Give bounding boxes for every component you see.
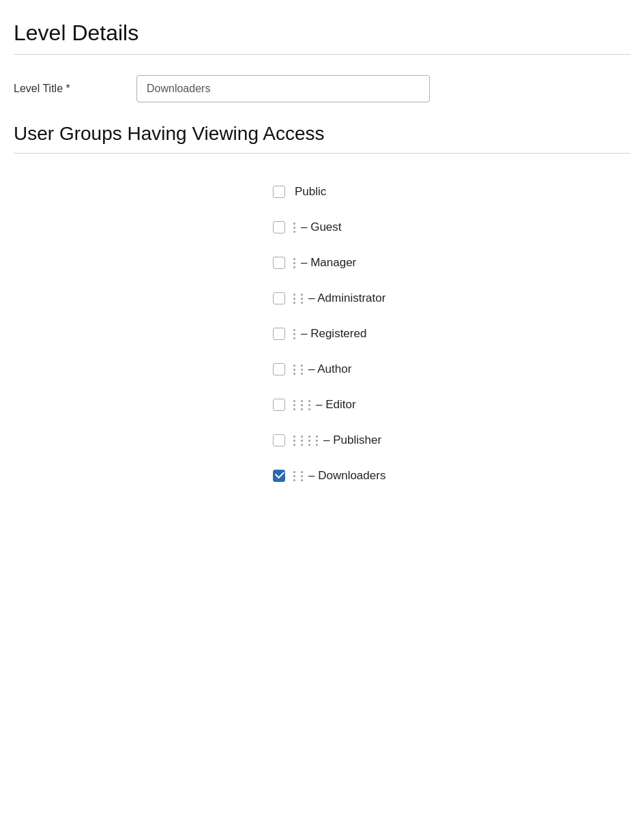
checkbox-administrator[interactable] — [273, 292, 285, 304]
label-administrator: – Administrator — [308, 291, 385, 305]
label-registered: – Registered — [301, 327, 366, 341]
list-item: – Downloaders — [273, 458, 630, 494]
checkbox-editor[interactable] — [273, 399, 285, 411]
indent-dots-2 — [293, 471, 308, 481]
label-publisher: – Publisher — [323, 433, 381, 447]
dot-separator — [293, 294, 295, 304]
dot-separator — [293, 329, 295, 339]
indent-dots-3 — [293, 400, 316, 410]
dot-separator — [316, 436, 318, 446]
indent-dots-1 — [293, 329, 301, 339]
indent-dots-1 — [293, 258, 301, 268]
label-public: Public — [295, 185, 326, 199]
dot-separator — [293, 436, 295, 446]
list-item: – Guest — [273, 210, 630, 245]
dot-separator — [301, 436, 303, 446]
list-item: Public — [273, 174, 630, 210]
label-guest: – Guest — [301, 220, 342, 234]
label-author: – Author — [308, 362, 351, 376]
list-item: – Author — [273, 352, 630, 387]
dot-separator — [308, 436, 310, 446]
level-title-label: Level Title * — [14, 83, 136, 95]
list-item: – Administrator — [273, 281, 630, 316]
dot-separator — [308, 400, 310, 410]
user-groups-list: Public – Guest – Manager — [14, 174, 630, 494]
checkbox-publisher[interactable] — [273, 434, 285, 446]
indent-dots-2 — [293, 365, 308, 375]
checkbox-public[interactable] — [273, 186, 285, 198]
checkbox-registered[interactable] — [273, 328, 285, 340]
dot-separator — [293, 365, 295, 375]
dot-separator — [301, 471, 303, 481]
list-item: – Manager — [273, 245, 630, 281]
dot-separator — [293, 400, 295, 410]
list-item: – Publisher — [273, 423, 630, 458]
level-title-row: Level Title * — [14, 75, 630, 102]
dot-separator — [301, 365, 303, 375]
indent-dots-2 — [293, 294, 308, 304]
level-title-input[interactable] — [136, 75, 430, 102]
checkbox-manager[interactable] — [273, 257, 285, 269]
dot-separator — [293, 471, 295, 481]
label-editor: – Editor — [316, 398, 356, 412]
section-divider — [14, 153, 630, 154]
page-title: Level Details — [14, 20, 630, 46]
dot-separator — [301, 294, 303, 304]
dot-separator — [293, 258, 295, 268]
indent-dots-1 — [293, 223, 301, 233]
label-manager: – Manager — [301, 256, 356, 270]
checkbox-author[interactable] — [273, 363, 285, 375]
list-item: – Editor — [273, 387, 630, 423]
list-item: – Registered — [273, 316, 630, 352]
checkbox-downloaders[interactable] — [273, 470, 285, 482]
dot-separator — [301, 400, 303, 410]
indent-dots-4 — [293, 436, 323, 446]
label-downloaders: – Downloaders — [308, 469, 385, 483]
dot-separator — [293, 223, 295, 233]
section-title: User Groups Having Viewing Access — [14, 123, 630, 145]
checkbox-guest[interactable] — [273, 221, 285, 233]
title-divider — [14, 54, 630, 55]
